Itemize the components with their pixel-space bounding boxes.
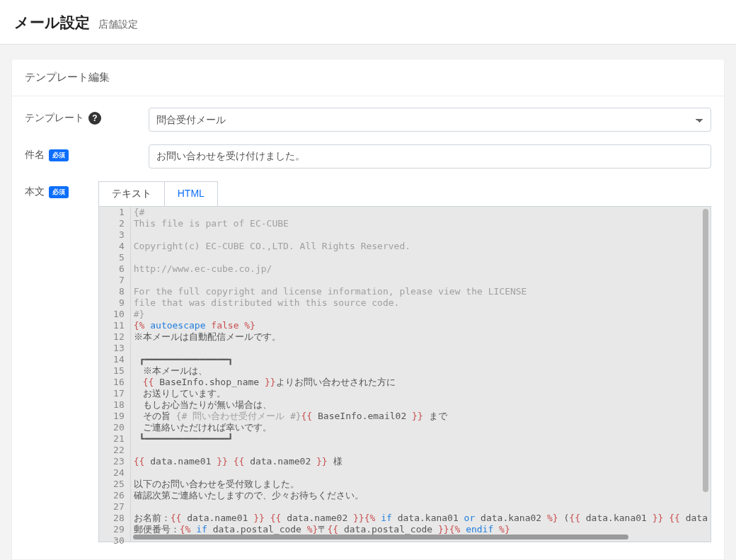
code-line[interactable]: [134, 445, 708, 456]
code-line[interactable]: ※本メールは、: [134, 365, 708, 377]
required-badge: 必須: [49, 149, 69, 161]
vertical-scrollbar[interactable]: [701, 207, 710, 543]
line-number: 9: [105, 297, 125, 309]
editor-code-area[interactable]: {#This file is part of EC-CUBECopyright(…: [131, 207, 711, 542]
code-line[interactable]: {#: [134, 207, 708, 218]
body-label-text: 本文: [25, 185, 45, 198]
line-number: 8: [105, 286, 125, 297]
code-line[interactable]: ┏━━━━━━━━━━━━━━━┓: [134, 354, 708, 365]
line-number: 1: [105, 207, 125, 218]
subject-input[interactable]: [149, 144, 711, 168]
code-editor[interactable]: 1234567891011121314151617181920212223242…: [98, 206, 711, 542]
code-line[interactable]: [134, 501, 708, 513]
line-number: 17: [105, 388, 125, 399]
line-number: 13: [105, 343, 125, 354]
line-number: 5: [105, 252, 125, 263]
code-line[interactable]: ※本メールは自動配信メールです。: [134, 331, 708, 343]
code-line[interactable]: もしお心当たりが無い場合は、: [134, 399, 708, 411]
required-badge: 必須: [49, 186, 69, 198]
page-header: メール設定 店舗設定: [0, 0, 736, 45]
line-number: 14: [105, 354, 125, 365]
code-line[interactable]: http://www.ec-cube.co.jp/: [134, 263, 708, 275]
line-number: 18: [105, 399, 125, 411]
card-body: テンプレート ? 問合受付メール 件名 必須: [12, 96, 724, 559]
code-line[interactable]: {{ BaseInfo.shop_name }}よりお問い合わせされた方に: [134, 377, 708, 388]
code-line[interactable]: Copyright(c) EC-CUBE CO.,LTD. All Rights…: [134, 241, 708, 252]
line-number: 29: [105, 524, 125, 535]
line-number: 6: [105, 263, 125, 275]
template-row: テンプレート ? 問合受付メール: [25, 108, 711, 132]
horizontal-scroll-thumb[interactable]: [133, 535, 628, 539]
code-line[interactable]: This file is part of EC-CUBE: [134, 218, 708, 229]
line-number: 7: [105, 275, 125, 286]
code-line[interactable]: {% autoescape false %}: [134, 320, 708, 331]
code-line[interactable]: ┗━━━━━━━━━━━━━━━┛: [134, 433, 708, 445]
code-line[interactable]: お送りしています。: [134, 388, 708, 399]
tab-text[interactable]: テキスト: [98, 181, 165, 206]
vertical-scroll-thumb[interactable]: [703, 209, 708, 492]
help-icon[interactable]: ?: [88, 112, 101, 125]
line-number: 22: [105, 445, 125, 456]
code-line[interactable]: ご連絡いただければ幸いです。: [134, 422, 708, 433]
line-number: 3: [105, 229, 125, 241]
line-number: 28: [105, 513, 125, 524]
template-select[interactable]: 問合受付メール: [149, 108, 711, 132]
line-number: 23: [105, 456, 125, 467]
code-line[interactable]: 以下のお問い合わせを受付致しました。: [134, 479, 708, 490]
subject-label-text: 件名: [25, 149, 45, 161]
template-label-text: テンプレート: [25, 112, 84, 125]
tabs: テキスト HTML: [98, 181, 711, 206]
line-number: 20: [105, 422, 125, 433]
page-subtitle: 店舗設定: [98, 18, 138, 30]
line-number: 12: [105, 331, 125, 343]
line-number: 11: [105, 320, 125, 331]
template-label: テンプレート ?: [25, 108, 149, 125]
line-number: 4: [105, 241, 125, 252]
code-line[interactable]: [134, 229, 708, 241]
tab-html[interactable]: HTML: [165, 181, 218, 206]
code-line[interactable]: [134, 275, 708, 286]
line-number: 10: [105, 309, 125, 320]
page-title: メール設定: [14, 14, 90, 30]
line-number: 27: [105, 501, 125, 513]
body-label: 本文 必須: [25, 181, 98, 198]
line-number: 25: [105, 479, 125, 490]
code-line[interactable]: [134, 343, 708, 354]
content: テンプレート編集 テンプレート ? 問合受付メール 件名 必須: [0, 45, 736, 560]
line-number: 21: [105, 433, 125, 445]
code-line[interactable]: 郵便番号：{% if data.postal_code %}〒{{ data.p…: [134, 524, 708, 535]
subject-label: 件名 必須: [25, 144, 149, 161]
code-line[interactable]: {{ data.name01 }} {{ data.name02 }} 様: [134, 456, 708, 467]
card: テンプレート編集 テンプレート ? 問合受付メール 件名 必須: [11, 59, 725, 560]
line-number: 16: [105, 377, 125, 388]
card-title: テンプレート編集: [12, 59, 724, 96]
code-line[interactable]: file that was distributed with this sour…: [134, 297, 708, 309]
line-number: 19: [105, 411, 125, 422]
line-number: 15: [105, 365, 125, 377]
line-number: 24: [105, 467, 125, 479]
line-number: 26: [105, 490, 125, 501]
code-line[interactable]: お名前：{{ data.name01 }} {{ data.name02 }}{…: [134, 513, 708, 524]
code-line[interactable]: [134, 252, 708, 263]
code-line[interactable]: 確認次第ご連絡いたしますので、少々お待ちください。: [134, 490, 708, 501]
line-number: 2: [105, 218, 125, 229]
editor-gutter: 1234567891011121314151617181920212223242…: [99, 207, 131, 542]
body-row: 本文 必須 テキスト HTML 123456789101112131415161…: [25, 181, 711, 542]
code-line[interactable]: #}: [134, 309, 708, 320]
code-line[interactable]: [134, 467, 708, 479]
code-line[interactable]: その旨 {# 問い合わせ受付メール #}{{ BaseInfo.email02 …: [134, 411, 708, 422]
line-number: 30: [105, 535, 125, 547]
code-line[interactable]: For the full copyright and license infor…: [134, 286, 708, 297]
subject-row: 件名 必須: [25, 144, 711, 168]
